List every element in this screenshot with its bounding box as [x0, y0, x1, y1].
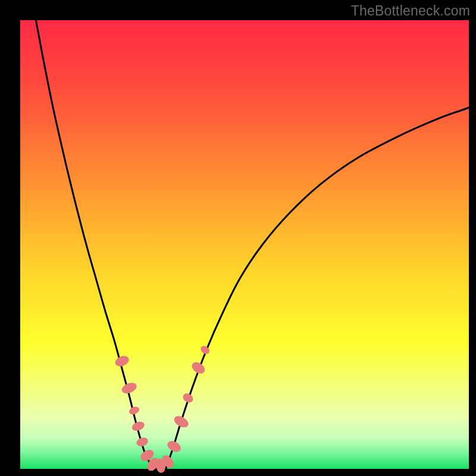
data-marker: [131, 420, 146, 433]
bottleneck-curve: [36, 20, 469, 469]
data-marker: [172, 414, 190, 430]
data-marker: [165, 439, 183, 454]
chart-root: TheBottleneck.com: [0, 0, 476, 476]
chart-curves-layer: [20, 20, 469, 469]
data-marker: [135, 436, 149, 447]
watermark-text: TheBottleneck.com: [351, 3, 470, 19]
plot-area: [20, 20, 469, 469]
